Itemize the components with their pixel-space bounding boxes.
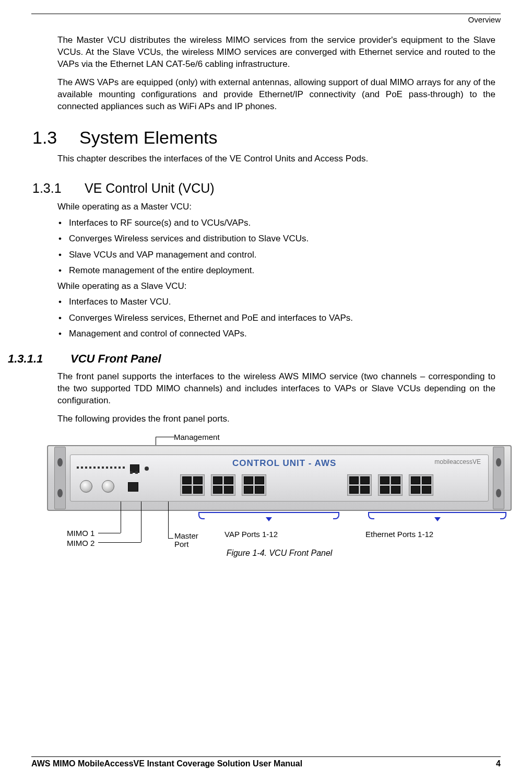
callout-line [121, 502, 121, 533]
heading-1-3-1: 1.3.1VE Control Unit (VCU) [32, 181, 495, 196]
heading-title: VE Control Unit (VCU) [85, 181, 215, 195]
callout-line [168, 502, 169, 538]
callout-management: Management [174, 433, 220, 441]
rf-connector-mimo2 [102, 480, 114, 493]
header-section-label: Overview [31, 15, 501, 24]
list-item: Interfaces to Master VCU. [57, 295, 495, 309]
heading-num: 1.3.1.1 [8, 352, 70, 366]
rack-ear-right [493, 447, 504, 509]
figure-caption: Figure 1-4. VCU Front Panel [42, 549, 517, 558]
rf-connector-mimo1 [80, 480, 92, 493]
figure-vcu-front-panel: Management CONTROL UNIT - AWS [42, 433, 517, 568]
ethernet-port-group [347, 474, 433, 496]
rack-ear-left [54, 447, 66, 509]
footer-title: AWS MIMO MobileAccessVE Instant Coverage… [31, 759, 302, 768]
heading-num: 1.3.1 [32, 181, 85, 196]
list-item: Slave VCUs and VAP management and contro… [57, 248, 495, 262]
callout-line [98, 542, 141, 543]
intro-paragraph-1: The Master VCU distributes the wireless … [57, 34, 495, 71]
brace-eth [368, 512, 506, 517]
status-leds [77, 467, 125, 469]
callout-eth-ports: Ethernet Ports 1-12 [365, 530, 433, 539]
heading-title: VCU Front Panel [70, 352, 161, 365]
device-faceplate: CONTROL UNIT - AWS mobileaccessVE [70, 454, 489, 502]
intro-paragraph-2: The AWS VAPs are equipped (only) with ex… [57, 77, 495, 113]
list-item: Interfaces to RF source(s) and to VCUs/V… [57, 216, 495, 230]
slave-intro: While operating as a Slave VCU: [57, 281, 495, 293]
callout-mimo2: MIMO 2 [67, 539, 94, 547]
footer-rule [31, 756, 501, 757]
left-port-block [76, 459, 159, 497]
power-activity-leds [130, 471, 138, 474]
header-rule [31, 14, 501, 14]
heading-1-3-1-1: 1.3.1.1VCU Front Panel [8, 352, 495, 366]
callout-vap-ports: VAP Ports 1-12 [224, 530, 278, 539]
master-intro: While operating as a Master VCU: [57, 201, 495, 213]
heading-num: 1.3 [32, 127, 79, 148]
master-port [128, 482, 138, 492]
brace-vap [198, 512, 339, 517]
callout-line [168, 538, 173, 539]
section-intro: This chapter describes the interfaces of… [57, 153, 495, 165]
master-bullet-list: Interfaces to RF source(s) and to VCUs/V… [57, 216, 495, 277]
vap-port-group [180, 474, 266, 496]
device-title: CONTROL UNIT - AWS [232, 458, 336, 469]
front-panel-p2: The following provides the front panel p… [57, 413, 495, 425]
slave-bullet-list: Interfaces to Master VCU. Converges Wire… [57, 295, 495, 341]
reset-button [145, 467, 149, 471]
front-panel-p1: The front panel supports the interfaces … [57, 371, 495, 407]
callout-mimo1: MIMO 1 [67, 529, 94, 538]
footer-page-number: 4 [496, 759, 501, 768]
heading-1-3: 1.3System Elements [32, 127, 495, 148]
callout-master-port: Master Port [174, 532, 204, 549]
callout-line [98, 533, 121, 533]
list-item: Management and control of connected VAPs… [57, 327, 495, 341]
device-chassis: CONTROL UNIT - AWS mobileaccessVE [47, 445, 512, 511]
list-item: Remote management of the entire deployme… [57, 264, 495, 277]
heading-title: System Elements [79, 127, 218, 147]
callout-line [141, 502, 141, 542]
page-footer: AWS MIMO MobileAccessVE Instant Coverage… [31, 756, 501, 768]
device-brand: mobileaccessVE [434, 458, 481, 465]
list-item: Converges Wireless services and distribu… [57, 232, 495, 246]
list-item: Converges Wireless services, Ethernet an… [57, 311, 495, 325]
